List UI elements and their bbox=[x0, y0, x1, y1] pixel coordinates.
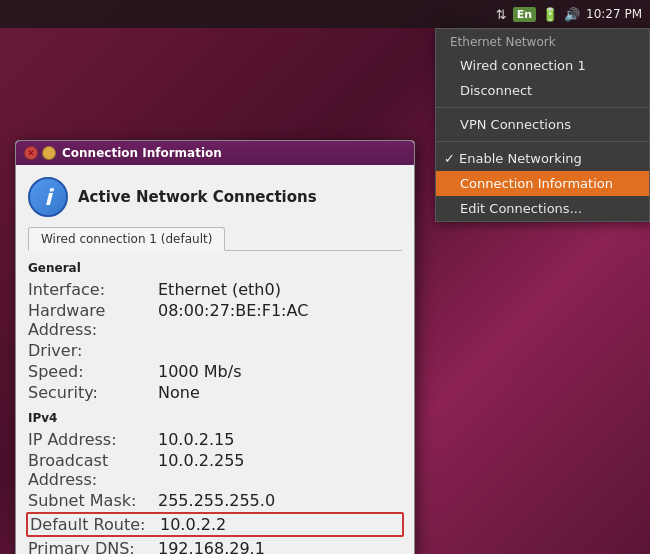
ipv4-section-title: IPv4 bbox=[28, 411, 402, 425]
security-row: Security: None bbox=[28, 382, 402, 403]
separator-1 bbox=[436, 107, 649, 108]
interface-row: Interface: Ethernet (eth0) bbox=[28, 279, 402, 300]
dialog-heading: Active Network Connections bbox=[78, 188, 317, 206]
hardware-address-label: Hardware Address: bbox=[28, 301, 158, 339]
title-buttons: ✕ bbox=[24, 146, 56, 160]
ip-address-value: 10.0.2.15 bbox=[158, 430, 234, 449]
driver-label: Driver: bbox=[28, 341, 158, 360]
security-value: None bbox=[158, 383, 200, 402]
check-mark: ✓ bbox=[444, 151, 459, 166]
hardware-address-row: Hardware Address: 08:00:27:BE:F1:AC bbox=[28, 300, 402, 340]
dialog-title: Connection Information bbox=[62, 146, 222, 160]
hardware-address-value: 08:00:27:BE:F1:AC bbox=[158, 301, 308, 339]
interface-value: Ethernet (eth0) bbox=[158, 280, 281, 299]
info-icon: i bbox=[28, 177, 68, 217]
battery-icon: 🔋 bbox=[542, 7, 558, 22]
broadcast-address-row: Broadcast Address: 10.0.2.255 bbox=[28, 450, 402, 490]
tab-wired-connection[interactable]: Wired connection 1 (default) bbox=[28, 227, 225, 251]
tab-bar: Wired connection 1 (default) bbox=[28, 227, 402, 251]
volume-icon: 🔊 bbox=[564, 7, 580, 22]
broadcast-address-label: Broadcast Address: bbox=[28, 451, 158, 489]
enable-networking-item[interactable]: ✓ Enable Networking bbox=[436, 146, 649, 171]
network-dropdown: Ethernet Network Wired connection 1 Disc… bbox=[435, 28, 650, 222]
security-label: Security: bbox=[28, 383, 158, 402]
subnet-mask-row: Subnet Mask: 255.255.255.0 bbox=[28, 490, 402, 511]
connection-info-item[interactable]: Connection Information bbox=[436, 171, 649, 196]
wired-connection-item[interactable]: Wired connection 1 bbox=[436, 53, 649, 78]
disconnect-item[interactable]: Disconnect bbox=[436, 78, 649, 103]
minimize-button[interactable] bbox=[42, 146, 56, 160]
speed-label: Speed: bbox=[28, 362, 158, 381]
ip-address-label: IP Address: bbox=[28, 430, 158, 449]
primary-dns-label: Primary DNS: bbox=[28, 539, 158, 554]
default-route-row: Default Route: 10.0.2.2 bbox=[26, 512, 404, 537]
connection-info-dialog: ✕ Connection Information i Active Networ… bbox=[15, 140, 415, 554]
dialog-content: i Active Network Connections Wired conne… bbox=[16, 165, 414, 554]
clock: 10:27 PM bbox=[586, 7, 642, 21]
driver-row: Driver: bbox=[28, 340, 402, 361]
language-indicator[interactable]: En bbox=[513, 7, 536, 22]
taskbar: ⇅ En 🔋 🔊 10:27 PM bbox=[0, 0, 650, 28]
separator-2 bbox=[436, 141, 649, 142]
default-route-value: 10.0.2.2 bbox=[160, 515, 226, 534]
subnet-mask-value: 255.255.255.0 bbox=[158, 491, 275, 510]
ip-address-row: IP Address: 10.0.2.15 bbox=[28, 429, 402, 450]
dropdown-section-header: Ethernet Network bbox=[436, 29, 649, 53]
dialog-titlebar: ✕ Connection Information bbox=[16, 141, 414, 165]
speed-value: 1000 Mb/s bbox=[158, 362, 242, 381]
primary-dns-row: Primary DNS: 192.168.29.1 bbox=[28, 538, 402, 554]
edit-connections-item[interactable]: Edit Connections... bbox=[436, 196, 649, 221]
interface-label: Interface: bbox=[28, 280, 158, 299]
subnet-mask-label: Subnet Mask: bbox=[28, 491, 158, 510]
speed-row: Speed: 1000 Mb/s bbox=[28, 361, 402, 382]
dialog-header: i Active Network Connections bbox=[28, 177, 402, 217]
network-icon[interactable]: ⇅ bbox=[496, 7, 507, 22]
broadcast-address-value: 10.0.2.255 bbox=[158, 451, 245, 489]
close-button[interactable]: ✕ bbox=[24, 146, 38, 160]
vpn-connections-item[interactable]: VPN Connections bbox=[436, 112, 649, 137]
primary-dns-value: 192.168.29.1 bbox=[158, 539, 265, 554]
general-section-title: General bbox=[28, 261, 402, 275]
default-route-label: Default Route: bbox=[30, 515, 160, 534]
